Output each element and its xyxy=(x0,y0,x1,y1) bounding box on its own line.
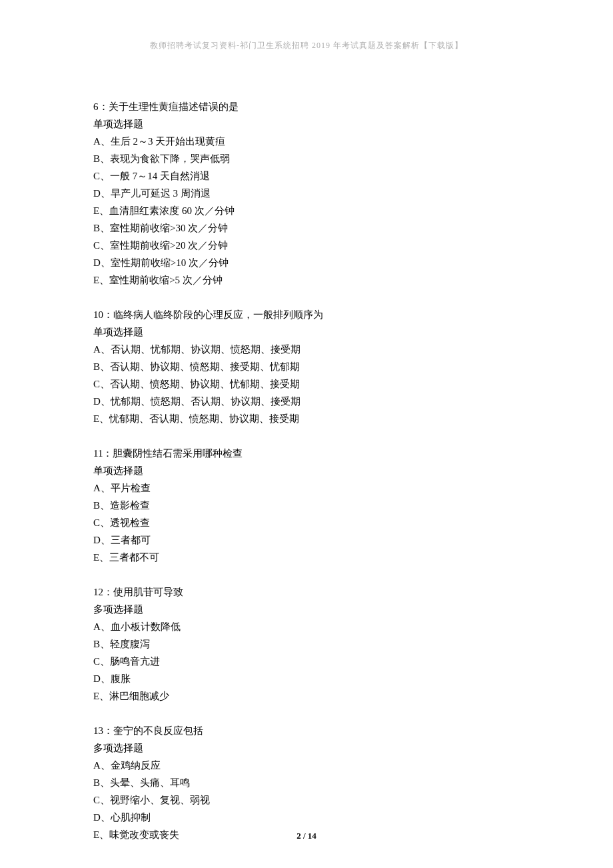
question-option: D、室性期前收缩>10 次／分钟 xyxy=(93,254,520,271)
question-block: 13：奎宁的不良反应包括多项选择题A、金鸡纳反应B、头晕、头痛、耳鸣C、视野缩小… xyxy=(93,722,520,843)
question-stem: 10：临终病人临终阶段的心理反应，一般排列顺序为 xyxy=(93,306,520,323)
question-type: 多项选择题 xyxy=(93,739,520,757)
question-type: 单项选择题 xyxy=(93,115,520,133)
question-option: B、表现为食欲下降，哭声低弱 xyxy=(93,150,520,167)
questions-list: 6：关于生理性黄疸描述错误的是单项选择题A、生后 2～3 天开始出现黄疸B、表现… xyxy=(93,98,520,843)
question-option: E、室性期前收缩>5 次／分钟 xyxy=(93,271,520,289)
question-type: 多项选择题 xyxy=(93,601,520,618)
question-option: B、轻度腹泻 xyxy=(93,635,520,653)
question-option: C、视野缩小、复视、弱视 xyxy=(93,791,520,809)
question-option: E、血清胆红素浓度 60 次／分钟 xyxy=(93,202,520,219)
question-option: A、生后 2～3 天开始出现黄疸 xyxy=(93,133,520,150)
question-type: 单项选择题 xyxy=(93,462,520,479)
question-block: 12：使用肌苷可导致多项选择题A、血小板计数降低B、轻度腹泻C、肠鸣音亢进D、腹… xyxy=(93,583,520,705)
question-stem: 12：使用肌苷可导致 xyxy=(93,583,520,601)
question-option: A、否认期、忧郁期、协议期、愤怒期、接受期 xyxy=(93,341,520,358)
question-option: B、室性期前收缩>30 次／分钟 xyxy=(93,219,520,237)
question-type: 单项选择题 xyxy=(93,323,520,341)
question-stem: 13：奎宁的不良反应包括 xyxy=(93,722,520,739)
question-option: C、否认期、愤怒期、协议期、忧郁期、接受期 xyxy=(93,375,520,393)
question-option: D、心肌抑制 xyxy=(93,809,520,826)
page-footer: 2 / 14 xyxy=(0,831,613,841)
question-block: 11：胆囊阴性结石需采用哪种检查单项选择题A、平片检查B、造影检查C、透视检查D… xyxy=(93,445,520,566)
question-option: C、室性期前收缩>20 次／分钟 xyxy=(93,237,520,254)
question-option: C、肠鸣音亢进 xyxy=(93,653,520,670)
question-option: A、血小板计数降低 xyxy=(93,618,520,635)
question-option: E、淋巴细胞减少 xyxy=(93,687,520,705)
question-option: D、腹胀 xyxy=(93,670,520,687)
document-header: 教师招聘考试复习资料-祁门卫生系统招聘 2019 年考试真题及答案解析【下载版】 xyxy=(93,40,520,51)
question-option: C、一般 7～14 天自然消退 xyxy=(93,167,520,185)
question-option: D、三者都可 xyxy=(93,531,520,549)
question-option: C、透视检查 xyxy=(93,514,520,531)
question-option: A、平片检查 xyxy=(93,479,520,497)
question-option: E、忧郁期、否认期、愤怒期、协议期、接受期 xyxy=(93,410,520,427)
page-number-total: 14 xyxy=(308,831,316,841)
question-option: B、造影检查 xyxy=(93,497,520,514)
question-option: B、否认期、协议期、愤怒期、接受期、忧郁期 xyxy=(93,358,520,375)
question-stem: 11：胆囊阴性结石需采用哪种检查 xyxy=(93,445,520,462)
page-number-sep: / xyxy=(301,831,308,841)
question-option: A、金鸡纳反应 xyxy=(93,757,520,774)
page-container: 教师招聘考试复习资料-祁门卫生系统招聘 2019 年考试真题及答案解析【下载版】… xyxy=(0,0,613,868)
question-option: E、三者都不可 xyxy=(93,549,520,566)
question-option: B、头晕、头痛、耳鸣 xyxy=(93,774,520,791)
question-option: D、早产儿可延迟 3 周消退 xyxy=(93,185,520,202)
question-block: 10：临终病人临终阶段的心理反应，一般排列顺序为单项选择题A、否认期、忧郁期、协… xyxy=(93,306,520,427)
question-option: D、忧郁期、愤怒期、否认期、协议期、接受期 xyxy=(93,393,520,410)
question-block: 6：关于生理性黄疸描述错误的是单项选择题A、生后 2～3 天开始出现黄疸B、表现… xyxy=(93,98,520,289)
question-stem: 6：关于生理性黄疸描述错误的是 xyxy=(93,98,520,115)
